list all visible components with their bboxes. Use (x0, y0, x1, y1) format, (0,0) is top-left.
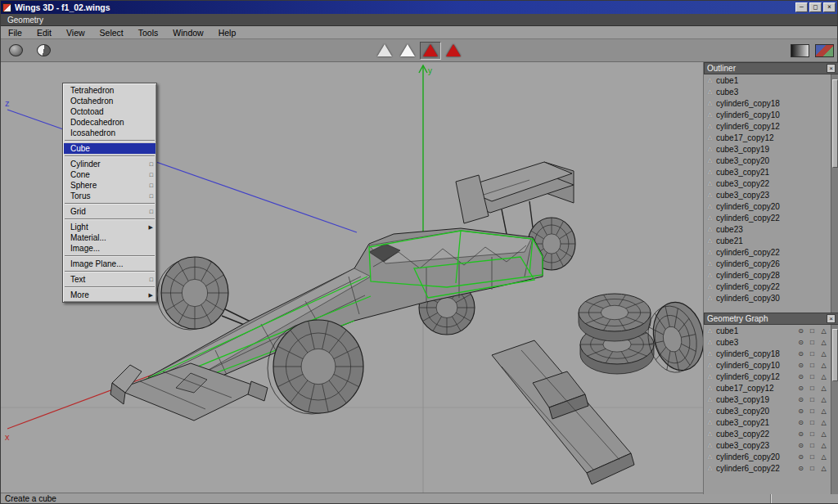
context-menu-item[interactable]: Material... (64, 232, 155, 243)
wireframe-icon[interactable]: △ (819, 419, 828, 426)
minimize-button[interactable]: – (795, 2, 808, 12)
color-view-button[interactable] (813, 42, 835, 60)
wireframe-icon[interactable]: △ (819, 407, 828, 415)
lock-icon[interactable]: □ (808, 407, 817, 415)
lock-icon[interactable]: □ (808, 350, 817, 358)
lock-icon[interactable]: □ (808, 430, 817, 438)
menubar-item[interactable]: Tools (131, 26, 166, 38)
visibility-eye-icon[interactable]: ⊙ (796, 350, 805, 358)
visibility-eye-icon[interactable]: ⊙ (796, 407, 805, 415)
lock-icon[interactable]: □ (808, 327, 817, 335)
lock-icon[interactable]: □ (808, 339, 817, 346)
visibility-eye-icon[interactable]: ⊙ (796, 373, 805, 380)
outliner-item[interactable]: △ cylinder6_copy22 (704, 212, 831, 223)
tire-stack[interactable] (579, 294, 654, 374)
wireframe-icon[interactable]: △ (819, 339, 828, 346)
geometry-graph-item[interactable]: △ cube3_copy21 ⊙ □ △ (704, 416, 831, 428)
visibility-eye-icon[interactable]: ⊙ (796, 327, 805, 335)
wireframe-icon[interactable]: △ (819, 465, 828, 472)
visibility-eye-icon[interactable]: ⊙ (796, 430, 805, 438)
maximize-button[interactable]: □ (809, 2, 822, 12)
wireframe-icon[interactable]: △ (819, 362, 828, 369)
context-menu-item[interactable]: Cube (64, 143, 155, 154)
scrollbar-thumb[interactable] (832, 329, 838, 381)
context-menu-item[interactable]: Light ▶ (64, 222, 155, 232)
context-menu-item[interactable]: Torus □ (64, 191, 155, 201)
outliner-item[interactable]: △ cube3_copy20 (704, 155, 831, 166)
geometry-graph-item[interactable]: △ cylinder6_copy12 ⊙ □ △ (704, 371, 831, 382)
geometry-graph-item[interactable]: △ cube3_copy19 ⊙ □ △ (704, 394, 831, 405)
outliner-item[interactable]: △ cube17_copy12 (704, 132, 831, 143)
context-menu-item[interactable]: Text □ (64, 274, 155, 285)
context-menu-item[interactable]: Image Plane... (64, 259, 155, 269)
outliner-item[interactable]: △ cube3_copy22 (704, 178, 831, 189)
visibility-eye-icon[interactable]: ⊙ (796, 442, 805, 449)
context-menu-item[interactable]: Tetrahedron (64, 85, 155, 96)
menubar-item[interactable]: Window (165, 26, 210, 38)
flat-shading-button[interactable] (5, 42, 26, 60)
visibility-eye-icon[interactable]: ⊙ (796, 396, 805, 403)
lock-icon[interactable]: □ (808, 419, 817, 426)
lock-icon[interactable]: □ (808, 442, 817, 449)
outliner-item[interactable]: △ cube21 (704, 235, 831, 246)
outliner-item[interactable]: △ cylinder6_copy22 (704, 246, 831, 258)
geometry-graph-item[interactable]: △ cylinder6_copy22 ⊙ □ △ (704, 462, 831, 474)
lock-icon[interactable]: □ (808, 373, 817, 380)
face-select-button[interactable] (420, 42, 441, 60)
visibility-eye-icon[interactable]: ⊙ (796, 419, 805, 426)
context-menu-item[interactable]: Octahedron (64, 96, 155, 106)
grayscale-view-button[interactable] (789, 42, 810, 60)
wireframe-icon[interactable]: △ (819, 442, 828, 449)
viewport-3d[interactable]: z x y (1, 62, 838, 494)
body-select-button[interactable] (443, 42, 464, 60)
geometry-graph-item[interactable]: △ cube3_copy22 ⊙ □ △ (704, 428, 831, 439)
outliner-item[interactable]: △ cylinder6_copy20 (704, 200, 831, 212)
geometry-graph-header[interactable]: Geometry Graph × (704, 313, 838, 325)
outliner-item[interactable]: △ cylinder6_copy10 (704, 109, 831, 120)
titlebar[interactable]: Wings 3D - f1_02.wings – □ × (1, 1, 837, 14)
wireframe-icon[interactable]: △ (819, 373, 828, 380)
outliner-item[interactable]: △ cube3 (704, 86, 831, 97)
geometry-graph-close-icon[interactable]: × (827, 314, 836, 323)
visibility-eye-icon[interactable]: ⊙ (796, 362, 805, 369)
wireframe-icon[interactable]: △ (819, 385, 828, 392)
geometry-graph-item[interactable]: △ cube3_copy23 ⊙ □ △ (704, 439, 831, 451)
outliner-item[interactable]: △ cylinder6_copy12 (704, 120, 831, 132)
visibility-eye-icon[interactable]: ⊙ (796, 465, 805, 472)
lock-icon[interactable]: □ (808, 385, 817, 392)
outliner-item[interactable]: △ cylinder6_copy26 (704, 258, 831, 269)
lock-icon[interactable]: □ (808, 453, 817, 461)
context-menu-item[interactable]: Cylinder □ (64, 159, 155, 169)
context-menu-item[interactable]: Grid □ (64, 206, 155, 217)
outliner-item[interactable]: △ cube3_copy21 (704, 166, 831, 178)
geometry-graph-item[interactable]: △ cylinder6_copy20 ⊙ □ △ (704, 451, 831, 462)
outliner-item[interactable]: △ cylinder6_copy28 (704, 269, 831, 281)
context-menu-item[interactable]: Dodecahedron (64, 117, 155, 128)
geometry-graph-scrollbar[interactable] (831, 325, 838, 494)
outliner-header[interactable]: Outliner × (704, 62, 838, 74)
wireframe-icon[interactable]: △ (819, 350, 828, 358)
smooth-shading-button[interactable] (33, 42, 54, 60)
rear-left-wheel[interactable] (268, 320, 363, 414)
visibility-eye-icon[interactable]: ⊙ (796, 385, 805, 392)
outliner-item[interactable]: △ cube3_copy19 (704, 143, 831, 155)
visibility-eye-icon[interactable]: ⊙ (796, 453, 805, 461)
menubar-item[interactable]: Help (211, 26, 244, 38)
vertex-select-button[interactable] (374, 42, 395, 60)
outliner-close-icon[interactable]: × (827, 64, 836, 73)
lock-icon[interactable]: □ (808, 396, 817, 403)
outliner-item[interactable]: △ cylinder6_copy30 (704, 292, 831, 304)
outliner-item[interactable]: △ cube23 (704, 223, 831, 235)
menubar-item[interactable]: View (59, 26, 92, 38)
front-wing[interactable] (110, 363, 268, 421)
wireframe-icon[interactable]: △ (819, 430, 828, 438)
context-menu-item[interactable]: Cone □ (64, 169, 155, 180)
wireframe-icon[interactable]: △ (819, 327, 828, 335)
context-menu-item[interactable]: Image... (64, 243, 155, 254)
context-menu-item[interactable]: More ▶ (64, 290, 155, 300)
context-menu-item[interactable]: Octotoad (64, 106, 155, 117)
geometry-graph-item[interactable]: △ cube3_copy20 ⊙ □ △ (704, 405, 831, 416)
lock-icon[interactable]: □ (808, 362, 817, 369)
geometry-graph-item[interactable]: △ cube17_copy12 ⊙ □ △ (704, 382, 831, 394)
context-menu-item[interactable]: Icosahedron (64, 128, 155, 138)
